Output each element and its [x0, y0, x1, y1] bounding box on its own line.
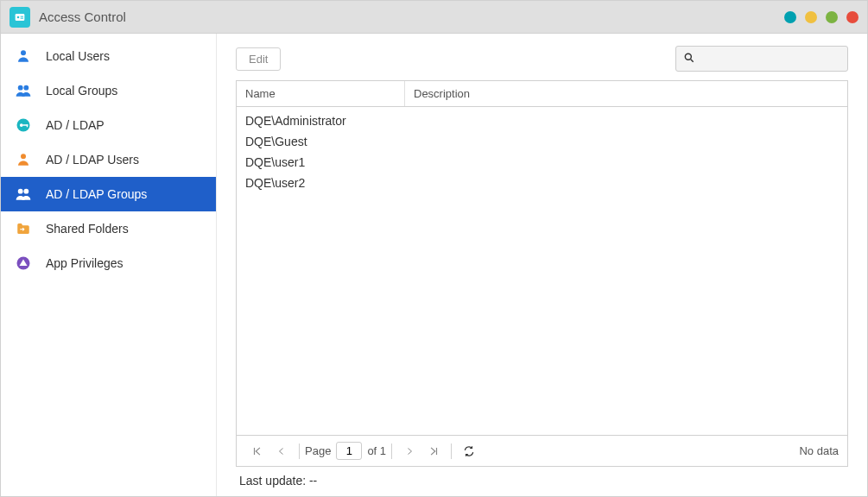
- table-row[interactable]: DQE\Guest: [237, 131, 847, 152]
- cell-name: DQE\Guest: [237, 133, 405, 150]
- sidebar-item-app-privileges[interactable]: App Privileges: [1, 246, 216, 280]
- sidebar-item-label: Shared Folders: [46, 222, 129, 236]
- cell-name: DQE\Administrator: [237, 112, 405, 129]
- sidebar-item-label: Local Users: [46, 49, 110, 63]
- svg-point-4: [21, 50, 26, 55]
- edit-button[interactable]: Edit: [236, 47, 281, 71]
- prev-page-button[interactable]: [269, 441, 294, 462]
- group-icon: [13, 80, 34, 101]
- sidebar-item-label: AD / LDAP: [46, 118, 105, 132]
- pagination-bar: Page of 1 No data: [237, 435, 847, 466]
- cell-description: [405, 174, 847, 192]
- app-icon: [10, 7, 30, 28]
- window-control-maximize[interactable]: [805, 11, 817, 23]
- table-row[interactable]: DQE\user2: [237, 173, 847, 193]
- svg-point-12: [18, 189, 23, 194]
- cell-description: [405, 154, 847, 171]
- table-row[interactable]: DQE\Administrator: [237, 110, 847, 131]
- sidebar-item-label: AD / LDAP Users: [46, 153, 139, 167]
- folder-icon: [13, 218, 34, 239]
- window-control-restore[interactable]: [826, 11, 838, 23]
- app-window: Access Control Local UsersLocal GroupsAD…: [0, 0, 868, 497]
- total-pages-label: of 1: [367, 444, 386, 457]
- window-title: Access Control: [39, 9, 126, 24]
- refresh-button[interactable]: [457, 441, 481, 462]
- svg-line-16: [691, 59, 694, 61]
- table-body: DQE\AdministratorDQE\GuestDQE\user1DQE\u…: [237, 107, 847, 435]
- first-page-button[interactable]: [245, 441, 269, 462]
- data-table: Name Description DQE\AdministratorDQE\Gu…: [236, 80, 848, 467]
- window-control-close[interactable]: [846, 11, 858, 23]
- search-icon: [683, 52, 695, 66]
- toolbar: Edit: [236, 46, 848, 72]
- column-header-description[interactable]: Description: [405, 81, 847, 106]
- app-icon: [13, 253, 34, 274]
- sidebar-item-label: AD / LDAP Groups: [46, 187, 147, 201]
- user-icon: [13, 149, 34, 170]
- cell-name: DQE\user2: [237, 174, 405, 192]
- table-row[interactable]: DQE\user1: [237, 152, 847, 173]
- page-input[interactable]: [336, 442, 362, 460]
- sidebar-item-local-users[interactable]: Local Users: [1, 39, 216, 73]
- svg-point-8: [20, 123, 23, 127]
- sidebar-item-shared-folders[interactable]: Shared Folders: [1, 211, 216, 246]
- cell-name: DQE\user1: [237, 154, 405, 171]
- svg-rect-3: [21, 17, 23, 18]
- sidebar-item-label: Local Groups: [46, 84, 117, 98]
- svg-rect-2: [21, 16, 23, 16]
- user-icon: [13, 46, 34, 66]
- last-update-label: Last update: --: [236, 467, 848, 488]
- main-panel: Edit Name Description DQE\AdministratorD…: [217, 34, 867, 496]
- window-control-minimize[interactable]: [784, 11, 796, 23]
- sidebar-item-ad-ldap-groups[interactable]: AD / LDAP Groups: [1, 177, 216, 211]
- group-icon: [13, 184, 34, 204]
- column-header-name[interactable]: Name: [237, 81, 405, 106]
- svg-rect-10: [27, 124, 29, 127]
- sidebar-item-local-groups[interactable]: Local Groups: [1, 73, 216, 108]
- key-icon: [13, 115, 34, 135]
- sidebar-item-ad-ldap[interactable]: AD / LDAP: [1, 108, 216, 142]
- svg-point-5: [18, 85, 23, 91]
- svg-point-13: [23, 189, 29, 194]
- search-input[interactable]: [700, 53, 846, 66]
- cell-description: [405, 133, 847, 150]
- next-page-button[interactable]: [397, 441, 421, 462]
- svg-point-11: [21, 154, 26, 159]
- titlebar: Access Control: [1, 1, 867, 34]
- svg-point-1: [17, 16, 20, 18]
- svg-rect-0: [16, 14, 25, 21]
- search-box[interactable]: [675, 46, 848, 72]
- cell-description: [405, 112, 847, 129]
- sidebar-item-label: App Privileges: [46, 256, 124, 270]
- table-header: Name Description: [237, 81, 847, 107]
- last-page-button[interactable]: [421, 441, 446, 462]
- page-label: Page: [305, 444, 331, 457]
- app-body: Local UsersLocal GroupsAD / LDAPAD / LDA…: [1, 34, 867, 496]
- pager-status: No data: [799, 444, 839, 457]
- svg-point-15: [685, 53, 691, 60]
- sidebar: Local UsersLocal GroupsAD / LDAPAD / LDA…: [1, 34, 217, 496]
- svg-point-6: [23, 85, 29, 91]
- sidebar-item-ad-ldap-users[interactable]: AD / LDAP Users: [1, 142, 216, 177]
